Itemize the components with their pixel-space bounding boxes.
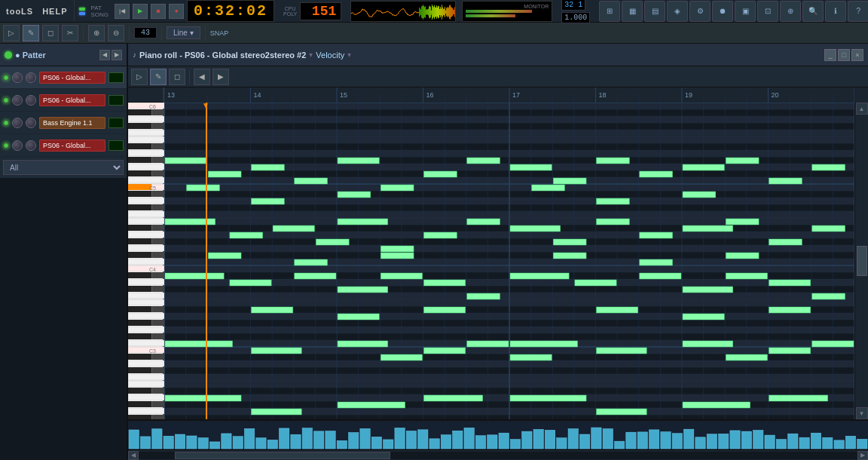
pattern-title: ● Patter <box>15 51 46 60</box>
prev-btn[interactable]: |◀ <box>115 4 130 19</box>
plugin-icon[interactable]: ⚙ <box>689 1 711 22</box>
mixer-icon[interactable]: ⊞ <box>599 1 620 22</box>
pr-tool-select[interactable]: ▷ <box>131 69 148 85</box>
stepseq-icon[interactable]: ▤ <box>644 1 665 22</box>
stop-btn[interactable]: ■ <box>151 4 166 19</box>
bpm-display[interactable]: 151 <box>300 2 341 20</box>
search2-icon[interactable]: 🔍 <box>802 1 824 22</box>
piano-roll-toolbar: ▷ ✎ ◻ ◀ ▶ <box>128 66 868 87</box>
render-icon[interactable]: ⊡ <box>757 1 778 22</box>
ch1-vol[interactable] <box>12 95 23 106</box>
pr-title: Piano roll - PS06 - Global stereo2stereo… <box>139 51 306 60</box>
pr-window-controls: _ □ × <box>824 49 863 61</box>
pat-label: PATSONG <box>91 5 109 18</box>
info2-icon[interactable]: ℹ <box>825 1 846 22</box>
ch3-pan[interactable] <box>26 140 36 151</box>
hscroll-thumb[interactable] <box>175 452 390 459</box>
ruler-right-pad <box>854 87 868 103</box>
pr-max-btn[interactable]: □ <box>838 49 850 61</box>
help-menu[interactable]: HELP <box>42 7 67 16</box>
pat-prev-btn[interactable]: ◀ <box>99 50 110 60</box>
monitor-label: MONITOR <box>466 4 549 9</box>
snap-label: SNAP <box>210 29 229 37</box>
steps-area: 32 1 1.000 <box>561 0 590 23</box>
ch0-vol[interactable] <box>12 72 23 83</box>
transport-area: PATSONG |◀ ▶ ■ ● 0:32:02 CPUPOLY 151 MON… <box>75 0 595 22</box>
pr-tool-erase[interactable]: ◻ <box>169 69 185 85</box>
ruler-corner <box>128 87 164 103</box>
tool-zoom-in[interactable]: ⊕ <box>88 25 105 41</box>
tools-menu[interactable]: tooLS <box>6 7 33 16</box>
browser-icon[interactable]: ◈ <box>667 1 688 22</box>
pattern-header: ● Patter ◀ ▶ <box>0 44 127 66</box>
monitor-area: MONITOR <box>462 1 552 22</box>
piano-roll-header-bar: ♪ Piano roll - PS06 - Global stereo2ster… <box>128 44 868 66</box>
line-dropdown[interactable]: Line ▾ <box>167 26 200 39</box>
pr-min-btn[interactable]: _ <box>824 49 836 61</box>
ch3-wave <box>108 140 124 151</box>
pr-quantize-dropdown[interactable]: Velocity <box>316 51 344 60</box>
ch0-wave <box>108 72 124 83</box>
monitor-bar-1 <box>466 10 532 13</box>
second-bar: ▷ ✎ ◻ ✂ ⊕ ⊖ 43 Line ▾ SNAP <box>0 23 868 44</box>
pr-quant-arrow: ▾ <box>347 51 351 59</box>
ch0-pan[interactable] <box>26 72 36 83</box>
pr-nav-right[interactable]: ▶ <box>212 69 229 85</box>
ch2-wave <box>108 118 124 128</box>
sep3 <box>161 26 162 41</box>
ch1-pan[interactable] <box>26 95 36 106</box>
scroll-down-btn[interactable]: ▼ <box>856 407 868 419</box>
tool-select[interactable]: ▷ <box>3 25 20 41</box>
left-panel: ● Patter ◀ ▶ PS06 - Global... PS06 - Glo… <box>0 44 128 460</box>
tool-draw[interactable]: ✎ <box>23 25 39 41</box>
pr-close-btn[interactable]: × <box>851 49 863 61</box>
waveform-display <box>350 1 456 22</box>
bar-ruler <box>164 87 854 103</box>
pr-sep1 <box>189 69 190 84</box>
filter-select[interactable]: All Audio Automation Instrument <box>3 160 124 175</box>
cpu-label: CPUPOLY <box>283 6 297 17</box>
ch2-vol[interactable] <box>12 118 23 128</box>
ch0-name: PS06 - Global... <box>39 72 105 84</box>
hscroll-left-btn[interactable]: ◀ <box>128 451 139 460</box>
channel-strip-1[interactable]: PS06 - Global... <box>0 89 127 112</box>
tool-erase[interactable]: ◻ <box>42 25 59 41</box>
right-scroll: ▲ ▼ <box>854 103 868 419</box>
h-scrollbar[interactable]: ◀ ▶ <box>128 449 868 460</box>
piano-roll-icon[interactable]: ▦ <box>622 1 643 22</box>
pr-icon: ♪ <box>133 51 136 59</box>
channel-strip-2[interactable]: Bass Engine 1.1 <box>0 112 127 134</box>
pr-tool-pencil[interactable]: ✎ <box>150 69 167 85</box>
note-grid[interactable] <box>164 103 854 419</box>
piano-keys <box>128 103 164 419</box>
pr-nav-left[interactable]: ◀ <box>194 69 210 85</box>
monitor-bar-2 <box>466 14 515 17</box>
pr-content-row: ▲ ▼ <box>128 103 868 419</box>
midi2-icon[interactable]: ⊕ <box>780 1 801 22</box>
pat-led <box>79 8 85 11</box>
note-container <box>164 103 854 419</box>
record-btn[interactable]: ● <box>169 4 184 19</box>
timer-display: 0:32:02 <box>187 0 274 22</box>
tool-zoom-out[interactable]: ⊖ <box>108 25 124 41</box>
ch2-pan[interactable] <box>26 118 36 128</box>
sep4 <box>205 26 206 41</box>
hscroll-track[interactable] <box>139 452 857 459</box>
channel-strip-0[interactable]: PS06 - Global... <box>0 66 127 89</box>
ch1-led <box>3 97 9 103</box>
ch3-vol[interactable] <box>12 140 23 151</box>
scroll-up-btn[interactable]: ▲ <box>856 103 868 115</box>
play-btn[interactable]: ▶ <box>133 4 148 19</box>
help2-icon[interactable]: ? <box>848 1 868 22</box>
tool-cut[interactable]: ✂ <box>62 25 78 41</box>
hscroll-right-btn[interactable]: ▶ <box>857 451 868 460</box>
pat-next-btn[interactable]: ▶ <box>112 50 122 60</box>
sep1 <box>83 26 84 41</box>
ch2-led <box>3 120 9 126</box>
scroll-thumb[interactable] <box>857 246 867 276</box>
channel-strip-3[interactable]: PS06 - Global... <box>0 134 127 157</box>
pat-power-led <box>5 51 12 59</box>
cpu2-icon[interactable]: ▣ <box>735 1 756 22</box>
record2-icon[interactable]: ⏺ <box>712 1 733 22</box>
ch3-name: PS06 - Global... <box>39 140 105 152</box>
